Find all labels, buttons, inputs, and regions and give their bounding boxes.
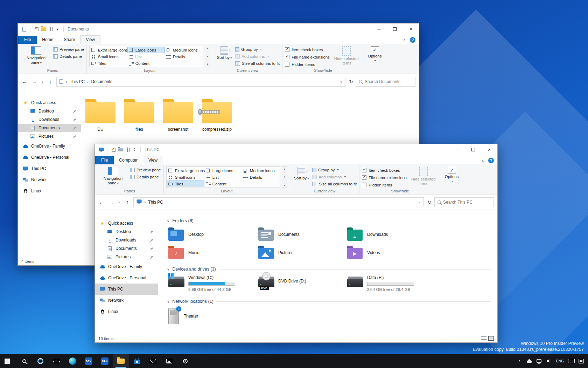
pc-small-icons-option[interactable]: Small icons: [167, 174, 204, 180]
docs-add-columns-button[interactable]: Add columns▾: [235, 53, 280, 60]
folder-item-screenshot[interactable]: screenshot: [161, 98, 195, 132]
docs-sidebar-quick-access[interactable]: ★Quick access: [18, 98, 81, 107]
folder-tile-documents[interactable]: Documents: [258, 225, 347, 244]
docs-navigation-pane-button[interactable]: Navigation pane▾: [21, 46, 51, 66]
drive-tile-data-f[interactable]: Data (F:) 28.4 GB free of 28.4 GB: [347, 274, 436, 294]
pc-minimize-button[interactable]: [449, 144, 465, 155]
taskbar-store-button[interactable]: [129, 354, 145, 368]
pc-medium-icons-option[interactable]: Medium icons: [242, 167, 279, 174]
docs-sidebar-documents[interactable]: Documents: [18, 124, 81, 132]
pc-up-button[interactable]: ↑: [123, 198, 132, 207]
pc-qat-rename-button[interactable]: [124, 146, 131, 154]
docs-tiles-option[interactable]: Tiles: [90, 60, 127, 67]
folder-item-du[interactable]: DU: [84, 98, 117, 132]
gallery-more-icon[interactable]: ▾: [284, 184, 285, 187]
docs-small-icons-option[interactable]: Small icons: [90, 53, 127, 60]
pc-file-area[interactable]: ∨ Folders (6) Desktop Documents ↓Downloa…: [158, 210, 497, 334]
pc-tab-computer[interactable]: Computer: [114, 156, 143, 164]
collapse-ribbon-icon[interactable]: ∧: [403, 38, 406, 42]
docs-breadcrumb-this-pc[interactable]: This PC: [70, 79, 85, 84]
taskbar-photos-button[interactable]: [161, 354, 177, 368]
gallery-up-icon[interactable]: ▴: [284, 168, 285, 170]
pc-sidebar-network[interactable]: Network: [95, 295, 158, 306]
touch-keyboard-button[interactable]: [566, 354, 576, 368]
drives-section-header[interactable]: ∨ Devices and drives (3): [167, 265, 491, 273]
folder-item-files[interactable]: files: [122, 98, 156, 132]
docs-item-check-boxes-checkbox[interactable]: ✓Item check boxes: [285, 46, 330, 53]
gallery-more-icon[interactable]: ▾: [207, 63, 208, 66]
start-button[interactable]: [0, 354, 16, 368]
pc-close-button[interactable]: ×: [481, 144, 497, 155]
taskbar-edge-button[interactable]: [64, 354, 80, 368]
folder-tile-videos[interactable]: ▶Videos: [347, 244, 436, 262]
pc-extra-large-icons-option[interactable]: Extra large icons: [167, 167, 204, 174]
docs-minimize-button[interactable]: [371, 23, 387, 35]
taskbar-settings-button[interactable]: [177, 354, 193, 368]
docs-large-icons-option[interactable]: Large icons: [127, 47, 165, 53]
taskbar-edge-canary-button[interactable]: CAN: [97, 354, 113, 368]
docs-forward-button[interactable]: →: [30, 77, 39, 86]
docs-sidebar-downloads[interactable]: ↓Downloads: [18, 115, 81, 124]
folders-section-header[interactable]: ∨ Folders (6): [167, 217, 491, 225]
pc-tab-file[interactable]: File: [95, 156, 114, 164]
folder-tile-downloads[interactable]: ↓Downloads: [347, 225, 436, 244]
pc-hidden-items-checkbox[interactable]: Hidden items: [362, 182, 407, 188]
pc-tiles-option[interactable]: Tiles: [167, 180, 204, 187]
docs-search-box[interactable]: [356, 77, 415, 87]
docs-content-option[interactable]: Content: [127, 60, 165, 67]
network-tile-theater[interactable]: ♪ Theater: [158, 306, 497, 326]
cortana-button[interactable]: [32, 354, 48, 368]
collapse-section-icon[interactable]: ∨: [167, 267, 169, 271]
folder-tile-desktop[interactable]: Desktop: [168, 225, 258, 244]
docs-maximize-button[interactable]: [387, 23, 403, 35]
taskbar-edge-dev-button[interactable]: DEV: [80, 354, 97, 368]
pc-sidebar-downloads[interactable]: ↓Downloads: [95, 236, 158, 244]
docs-hidden-items-checkbox[interactable]: Hidden items: [285, 61, 330, 68]
pc-sidebar-onedrive-family[interactable]: OneDrive - Family: [95, 261, 158, 272]
docs-qat-properties-button[interactable]: ✓: [33, 25, 40, 33]
collapse-ribbon-icon[interactable]: ∧: [482, 159, 484, 163]
docs-sort-by-button[interactable]: ↕ Sort by▾: [216, 46, 233, 61]
docs-breadcrumb-documents[interactable]: Documents: [91, 79, 112, 84]
docs-file-name-extensions-checkbox[interactable]: ✓File name extensions: [285, 54, 330, 60]
docs-qat-new-folder-button[interactable]: [40, 25, 47, 33]
docs-refresh-button[interactable]: ↻: [347, 79, 355, 84]
docs-hide-selected-button[interactable]: Hide selected items: [332, 46, 361, 66]
help-icon[interactable]: ?: [488, 158, 494, 163]
pc-qat-new-folder-button[interactable]: [117, 146, 124, 154]
pc-preview-pane-button[interactable]: Preview pane: [130, 166, 161, 173]
docs-group-by-button[interactable]: Group by▾: [235, 46, 280, 53]
folder-tile-pictures[interactable]: Pictures: [258, 244, 347, 262]
pc-options-button[interactable]: ✓ Options ▾: [443, 166, 460, 184]
details-view-toggle[interactable]: [481, 336, 486, 341]
network-tray-button[interactable]: [534, 354, 544, 368]
pc-recent-locations-button[interactable]: ∨: [117, 198, 122, 207]
docs-sidebar-onedrive-family[interactable]: OneDrive - Family: [18, 141, 81, 152]
address-dropdown-icon[interactable]: ∨: [340, 80, 342, 83]
docs-medium-icons-option[interactable]: Medium icons: [165, 47, 202, 53]
docs-close-button[interactable]: ×: [403, 23, 419, 35]
pc-sidebar-pictures[interactable]: Pictures: [95, 253, 158, 261]
docs-details-option[interactable]: Details: [165, 53, 202, 60]
pc-forward-button[interactable]: →: [107, 198, 116, 207]
pc-add-columns-button[interactable]: Add columns▾: [312, 173, 357, 180]
pc-address-bar[interactable]: › This PC ∨: [133, 197, 424, 207]
collapse-section-icon[interactable]: ∨: [167, 300, 169, 304]
pc-search-box[interactable]: [434, 197, 494, 207]
pc-tab-view[interactable]: View: [143, 156, 163, 165]
pc-hide-selected-button[interactable]: Hide selected items: [409, 166, 438, 187]
large-icons-view-toggle[interactable]: [488, 336, 494, 341]
docs-search-input[interactable]: [365, 79, 412, 84]
docs-up-button[interactable]: ↑: [46, 77, 55, 86]
docs-back-button[interactable]: ←: [20, 77, 29, 86]
pc-maximize-button[interactable]: [465, 144, 481, 155]
pc-qat-customize-button[interactable]: ▾: [131, 146, 138, 154]
onedrive-tray-button[interactable]: [524, 354, 534, 368]
pc-gallery-scrollbar[interactable]: ▴ ▾ ▾: [282, 166, 287, 188]
drive-tile-dvd-d[interactable]: DVD DVD Drive (D:): [258, 274, 347, 294]
pc-sidebar-linux[interactable]: Linux: [95, 306, 158, 317]
docs-sidebar-onedrive-personal[interactable]: OneDrive - Personal: [18, 152, 81, 163]
docs-options-button[interactable]: ✓ Options ▾: [366, 46, 383, 64]
help-icon[interactable]: ?: [410, 37, 415, 43]
gallery-down-icon[interactable]: ▾: [207, 55, 208, 58]
